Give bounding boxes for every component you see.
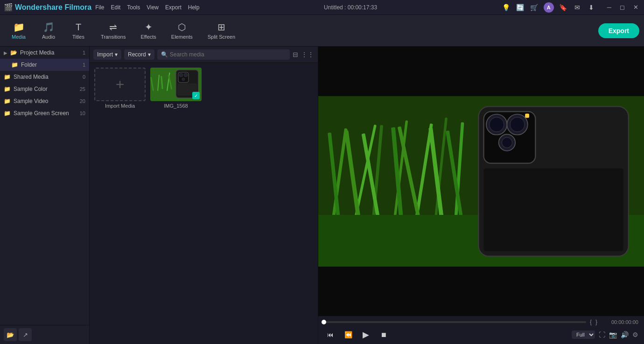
playback-buttons: ⏮ ⏪ ▶ ⏹ — [324, 328, 390, 341]
menu-help[interactable]: Help — [188, 4, 200, 11]
logo-icon: 🎬 — [4, 3, 13, 12]
import-dropdown-icon: ▾ — [115, 51, 118, 58]
record-button[interactable]: Record ▾ — [124, 49, 154, 60]
plus-icon: + — [116, 76, 125, 93]
project-media-count: 1 — [83, 50, 85, 55]
preview-controls: { } 00:00:00:00 ⏮ ⏪ ▶ ⏹ Full 1/2 1/4 — [318, 316, 644, 344]
svg-point-37 — [490, 117, 504, 132]
split-screen-label: Split Screen — [208, 34, 235, 40]
play-button[interactable]: ▶ — [359, 328, 372, 341]
quality-select[interactable]: Full 1/2 1/4 — [572, 330, 595, 339]
img1568-label: IMG_1568 — [164, 103, 188, 109]
toolbar-elements[interactable]: ⬡ Elements — [165, 19, 199, 42]
media-grid: + Import Media — [90, 63, 318, 344]
user-avatar[interactable]: A — [544, 2, 554, 13]
toolbar-titles[interactable]: T Titles — [64, 19, 92, 42]
skip-back-button[interactable]: ⏮ — [324, 328, 337, 341]
tree-item-sample-color[interactable]: 📁 Sample Color 25 — [0, 83, 89, 95]
media-item-img1568[interactable]: ✓ IMG_1568 — [150, 68, 202, 109]
toolbar-audio[interactable]: 🎵 Audio — [35, 19, 63, 42]
filter-icon[interactable]: ⊟ — [293, 51, 298, 58]
import-button[interactable]: Import ▾ — [93, 49, 121, 60]
settings-icon[interactable]: ⚙ — [632, 331, 638, 338]
message-icon[interactable]: ✉ — [573, 3, 582, 12]
toolbar-split-screen[interactable]: ⊞ Split Screen — [201, 19, 242, 42]
close-button[interactable]: ✕ — [631, 3, 640, 12]
refresh-icon[interactable]: 🔄 — [516, 3, 525, 12]
import-media-item[interactable]: + Import Media — [94, 68, 146, 109]
tree-item-shared-media[interactable]: 📁 Shared Media 0 — [0, 71, 89, 83]
search-input[interactable] — [170, 51, 286, 58]
start-bracket-icon: { — [590, 319, 592, 325]
snapshot-icon[interactable]: 📷 — [609, 331, 617, 338]
tree-item-sample-green-screen[interactable]: 📁 Sample Green Screen 10 — [0, 107, 89, 119]
maximize-button[interactable]: ◻ — [618, 3, 627, 12]
svg-rect-42 — [525, 114, 529, 118]
folder-icon: 📁 — [4, 86, 11, 92]
sample-color-label: Sample Color — [14, 86, 48, 92]
add-folder-button[interactable]: 📂 — [4, 328, 17, 341]
sample-green-screen-label: Sample Green Screen — [14, 110, 69, 117]
fullscreen-icon[interactable]: ⛶ — [599, 331, 605, 338]
sample-color-count: 25 — [80, 86, 85, 92]
folder-tools: 📂 ↗ — [0, 325, 89, 344]
import-label: Import — [97, 51, 113, 58]
export-button[interactable]: Export — [598, 23, 639, 38]
tree-item-folder[interactable]: 📁 Folder 1 — [0, 59, 89, 71]
folder-label: Folder — [21, 62, 37, 68]
end-bracket-icon: } — [595, 319, 597, 325]
shared-media-count: 0 — [83, 74, 85, 80]
toolbar-media[interactable]: 📁 Media — [5, 19, 33, 42]
volume-icon[interactable]: 🔊 — [621, 331, 629, 338]
download-icon[interactable]: ⬇ — [587, 3, 596, 12]
media-icon: 📁 — [13, 21, 25, 33]
shared-media-label: Shared Media — [14, 74, 49, 80]
tree-item-sample-video[interactable]: 📁 Sample Video 20 — [0, 95, 89, 107]
titlebar: 🎬 Wondershare Filmora File Edit Tools Vi… — [0, 0, 644, 15]
import-media-label: Import Media — [105, 103, 135, 109]
elements-icon: ⬡ — [178, 21, 186, 33]
window-controls: ─ ◻ ✕ — [605, 3, 640, 12]
media-panel: Import ▾ Record ▾ 🔍 ⊟ ⋮⋮ + Impor — [90, 47, 318, 344]
menu-export[interactable]: Export — [165, 4, 182, 11]
tree-item-project-media[interactable]: ▶ 📂 Project Media 1 — [0, 47, 89, 59]
stop-button[interactable]: ⏹ — [377, 328, 390, 341]
menu-edit[interactable]: Edit — [111, 4, 121, 11]
main-content: ▶ 📂 Project Media 1 📁 Folder 1 📁 Shared … — [0, 47, 644, 344]
progress-handle[interactable] — [322, 320, 326, 324]
progress-bar[interactable] — [324, 321, 586, 323]
menu-view[interactable]: View — [147, 4, 159, 11]
transitions-icon: ⇌ — [109, 21, 117, 33]
record-label: Record — [128, 51, 146, 58]
bookmark-icon[interactable]: 🔖 — [559, 3, 568, 12]
cart-icon[interactable]: 🛒 — [530, 3, 539, 12]
search-icon: 🔍 — [161, 51, 168, 58]
record-dropdown-icon: ▾ — [148, 51, 151, 58]
folder-icon: 📁 — [4, 110, 11, 117]
svg-point-13 — [179, 73, 183, 77]
audio-icon: 🎵 — [43, 21, 55, 33]
menu-file[interactable]: File — [95, 4, 104, 11]
transitions-label: Transitions — [101, 34, 126, 40]
frame-back-button[interactable]: ⏪ — [342, 328, 355, 341]
folder-icon: 📁 — [4, 98, 11, 104]
sample-video-label: Sample Video — [14, 98, 49, 104]
svg-point-14 — [184, 73, 188, 77]
media-tree: ▶ 📂 Project Media 1 📁 Folder 1 📁 Shared … — [0, 47, 89, 325]
light-bulb-icon[interactable]: 💡 — [502, 3, 511, 12]
playback-controls: ⏮ ⏪ ▶ ⏹ Full 1/2 1/4 ⛶ 📷 🔊 ⚙ — [324, 328, 638, 341]
toolbar-effects[interactable]: ✦ Effects — [134, 19, 162, 42]
elements-label: Elements — [171, 34, 193, 40]
left-panel: ▶ 📂 Project Media 1 📁 Folder 1 📁 Shared … — [0, 47, 90, 344]
titles-icon: T — [76, 22, 81, 33]
grid-icon[interactable]: ⋮⋮ — [301, 51, 314, 58]
menu-tools[interactable]: Tools — [127, 4, 140, 11]
folder-icon: 📁 — [4, 74, 11, 80]
move-folder-button[interactable]: ↗ — [19, 328, 32, 341]
minimize-button[interactable]: ─ — [605, 3, 613, 12]
toolbar-transitions[interactable]: ⇌ Transitions — [94, 19, 132, 42]
check-overlay: ✓ — [192, 92, 200, 99]
search-box[interactable]: 🔍 — [157, 49, 290, 60]
svg-point-39 — [510, 117, 525, 132]
folder-icon: 📁 — [11, 62, 18, 68]
